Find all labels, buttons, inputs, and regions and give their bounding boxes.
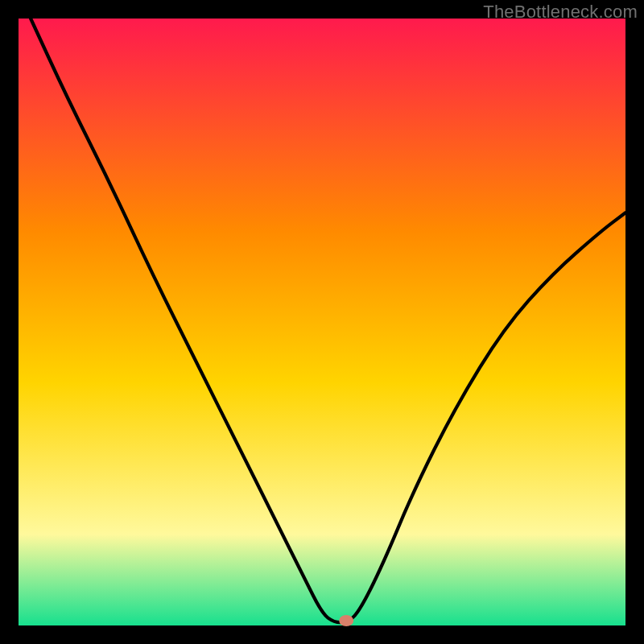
chart-frame: TheBottleneck.com (0, 0, 644, 644)
watermark-text: TheBottleneck.com (483, 2, 638, 23)
gradient-plot-area (19, 19, 625, 625)
bottleneck-chart (0, 0, 644, 644)
optimal-point-marker (339, 615, 353, 626)
